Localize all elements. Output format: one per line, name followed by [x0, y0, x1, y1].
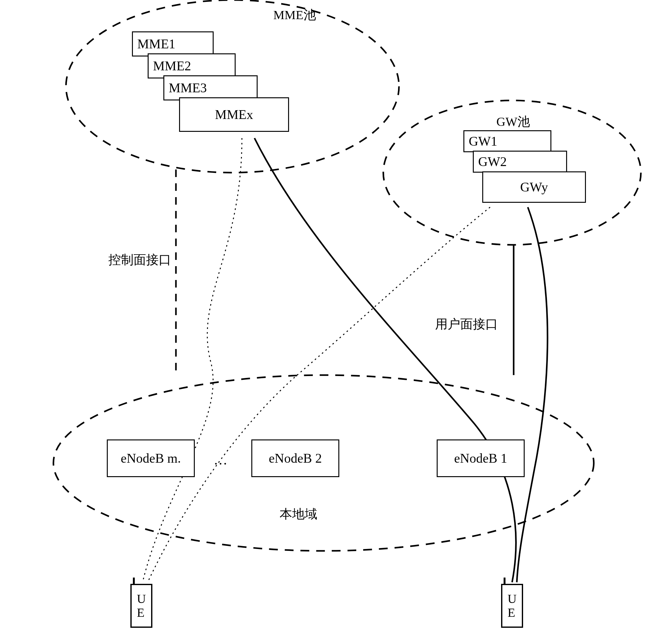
gw-node-y: GWy [482, 171, 586, 203]
enodeb-1: eNodeB 1 [437, 439, 525, 477]
diagram-root: MME池 MME1 MME2 MME3 MMEx GW池 GW1 GW2 GWy… [0, 0, 672, 635]
ue-left: UE [130, 584, 152, 628]
mme-node-x: MMEx [179, 97, 289, 132]
control-plane-label: 控制面接口 [108, 251, 171, 268]
gw-node-2: GW2 [473, 151, 567, 173]
gw-pool-title: GW池 [497, 113, 530, 130]
ue-left-label: UE [137, 592, 146, 620]
ue-right: UE [501, 584, 523, 628]
connection-layer [0, 0, 672, 635]
mme-node-3: MME3 [163, 75, 258, 101]
ue-right-label: UE [508, 592, 517, 620]
mme-pool-title: MME池 [273, 6, 316, 24]
enodeb-ellipsis: … [214, 452, 228, 468]
local-area-title: 本地域 [280, 505, 317, 523]
gw-node-1: GW1 [463, 130, 551, 152]
mme-node-2: MME2 [148, 53, 236, 79]
mme-node-1: MME1 [132, 31, 214, 57]
enodeb-2: eNodeB 2 [251, 439, 339, 477]
enodeb-m: eNodeB m. [107, 439, 195, 477]
user-plane-label: 用户面接口 [435, 315, 498, 333]
